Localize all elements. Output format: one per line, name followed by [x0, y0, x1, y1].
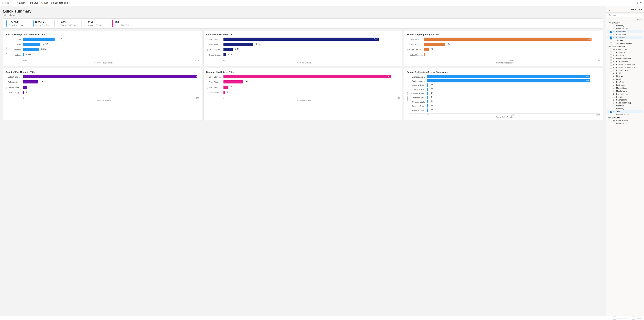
sidebar-checkbox[interactable]: [610, 55, 612, 57]
sidebar-item-storename[interactable]: ✓AStoreName: [607, 30, 643, 33]
sidebar-checkbox[interactable]: [610, 75, 612, 77]
sidebar-item-salespersonflag[interactable]: ΣSalesPersonFlag: [607, 101, 643, 104]
sidebar-checkbox[interactable]: [610, 81, 612, 83]
sidebar-item-label: Count of rows: [616, 120, 628, 122]
sidebar-checkbox[interactable]: ✓: [610, 31, 612, 33]
sidebar-item-title[interactable]: ✓ATitle: [607, 110, 643, 113]
sidebar-checkbox[interactable]: [610, 72, 612, 75]
sidebar-item-departmentname[interactable]: ADepartmentName: [607, 57, 643, 60]
sidebar-item-salariedflag[interactable]: ΣSalariedFlag: [607, 98, 643, 101]
sidebar-checkbox[interactable]: ✓: [610, 37, 612, 39]
zoom-in-button[interactable]: +: [632, 316, 635, 320]
sidebar-checkbox[interactable]: [610, 40, 612, 42]
sidebar-item-hiredate[interactable]: AHireDate: [607, 81, 643, 84]
sidebar-item-firstname[interactable]: AFirstName: [607, 75, 643, 78]
sidebar-section-dimdate[interactable]: ▾⊞DimDate: [607, 116, 643, 119]
show-data-table-chevron-icon: ▼: [69, 2, 70, 4]
export-menu[interactable]: ↗ Export ▼: [17, 2, 28, 4]
sidebar-checkbox[interactable]: [610, 96, 612, 98]
sidebar-checkbox[interactable]: [610, 105, 612, 107]
sidebar-item-startdate[interactable]: AStartDate: [607, 104, 643, 107]
sigma-icon: Σ: [613, 114, 615, 116]
sidebar-item-zipcodeextension[interactable]: ΣZipCodeExtension: [607, 42, 643, 45]
zoom-slider[interactable]: [617, 318, 631, 318]
sidebar-item-lastname[interactable]: ALastName: [607, 84, 643, 87]
sigma-icon: Σ: [613, 43, 615, 45]
text-icon: A: [613, 61, 615, 63]
sidebar-list: ▸⊞DimStoreΣStoreKeyAStoreManager✓AStoreN…: [606, 21, 644, 316]
bar-row: Store0.18M: [8, 38, 199, 41]
sidebar-checkbox[interactable]: [610, 66, 612, 69]
sidebar-item-count-of-rows[interactable]: ⊞Count of rows: [607, 119, 643, 122]
sidebar-checkbox[interactable]: [610, 34, 612, 36]
sidebar-item-vacationhours[interactable]: ΣVacationHours: [607, 113, 643, 116]
bar-container: 94K: [426, 75, 600, 79]
sidebar-item-middlename[interactable]: AMiddleName: [607, 90, 643, 93]
search-box[interactable]: 🔍: [608, 14, 642, 17]
sidebar-item-storekey[interactable]: ΣStoreKey: [607, 24, 643, 27]
sidebar-item-enddate[interactable]: AEndDate: [607, 72, 643, 75]
show-data-table-button[interactable]: ⊞ Show data table ▼: [51, 2, 70, 4]
sidebar-item-gender[interactable]: AGender: [607, 78, 643, 81]
sidebar-checkbox[interactable]: [610, 28, 612, 30]
sidebar-item-emergencycontactna--[interactable]: AEmergencyContactNa...: [607, 63, 643, 66]
save-icon: 💾: [30, 2, 33, 4]
sidebar-checkbox[interactable]: [610, 43, 612, 45]
window-controls[interactable]: ⊡ ▼: [637, 2, 642, 4]
sidebar-item-phone[interactable]: APhone: [607, 96, 643, 98]
sidebar-item-datekey[interactable]: ΣDateKey: [607, 122, 643, 125]
sidebar-checkbox[interactable]: [610, 102, 612, 104]
sidebar-item-storemanager[interactable]: AStoreManager: [607, 27, 643, 30]
bar-container: 1: [23, 91, 199, 94]
sidebar-checkbox[interactable]: [610, 114, 612, 116]
sidebar-item-emergencycontactph--[interactable]: AEmergencyContactPh...: [607, 66, 643, 69]
sidebar-checkbox[interactable]: [610, 123, 612, 125]
sidebar-checkbox[interactable]: [610, 87, 612, 89]
bar: [23, 91, 24, 94]
sidebar-checkbox[interactable]: ✓: [610, 111, 612, 113]
sidebar-checkbox[interactable]: [610, 90, 612, 92]
sidebar-checkbox[interactable]: [610, 78, 612, 80]
sidebar-checkbox[interactable]: [610, 25, 612, 27]
zoom-out-button[interactable]: −: [613, 316, 616, 320]
file-label: File: [6, 2, 9, 4]
sigma-icon: Σ: [613, 123, 615, 125]
sidebar-checkbox[interactable]: [610, 84, 612, 86]
sidebar-checkbox[interactable]: [610, 120, 612, 122]
sidebar-item-count-of-rows[interactable]: ⊞Count of rows: [607, 48, 643, 51]
sidebar-checkbox[interactable]: [610, 49, 612, 51]
sidebar-item-maritalstatus[interactable]: AMaritalStatus: [607, 87, 643, 90]
edit-label: Edit: [44, 2, 48, 4]
sidebar-checkbox[interactable]: [610, 63, 612, 66]
sidebar-item-birthdate[interactable]: ABirthDate: [607, 54, 643, 57]
table-icon: ⊞: [609, 46, 611, 48]
bar-label: Sales Region ...: [8, 86, 23, 88]
sidebar-item-storetype[interactable]: ✓AStoreType: [607, 36, 643, 39]
bar: [224, 53, 226, 56]
search-input[interactable]: [612, 14, 641, 16]
sidebar-item-storekey[interactable]: ΣStoreKey: [607, 107, 643, 110]
sigma-icon: Σ: [613, 25, 615, 27]
sidebar-item-storephone[interactable]: AStorePhone: [607, 33, 643, 36]
sidebar-item-baserate[interactable]: ΣBaseRate: [607, 51, 643, 54]
sidebar-checkbox[interactable]: [610, 69, 612, 72]
save-button[interactable]: 💾 Save: [30, 2, 38, 4]
sidebar-section-dimemployee[interactable]: ▾⊞DimEmployee: [607, 45, 643, 48]
sidebar-item-zipcode[interactable]: ΣZipCode: [607, 39, 643, 42]
edit-button[interactable]: ✏️ Edit: [41, 2, 48, 4]
sidebar-checkbox[interactable]: [610, 108, 612, 110]
sidebar-checkbox[interactable]: [610, 93, 612, 95]
sidebar-checkbox[interactable]: [610, 57, 612, 60]
chart4-x-axis: Count of FirstName: [8, 100, 199, 101]
sidebar-checkbox[interactable]: [610, 52, 612, 54]
file-menu[interactable]: 📄 File ▼: [2, 2, 11, 4]
sidebar-item-payfrequency[interactable]: ΣPayFrequency: [607, 93, 643, 96]
file-icon: 📄: [2, 2, 5, 4]
sidebar-item-employeekey[interactable]: ΣEmployeeKey: [607, 69, 643, 72]
sidebar-checkbox[interactable]: [610, 60, 612, 63]
sidebar-collapse-button[interactable]: ◁: [608, 8, 610, 11]
sidebar-checkbox[interactable]: [610, 99, 612, 101]
text-icon: A: [613, 67, 615, 68]
sidebar-item-emailaddress[interactable]: AEmailAddress: [607, 60, 643, 63]
sidebar-section-dimstore[interactable]: ▸⊞DimStore: [607, 21, 643, 24]
